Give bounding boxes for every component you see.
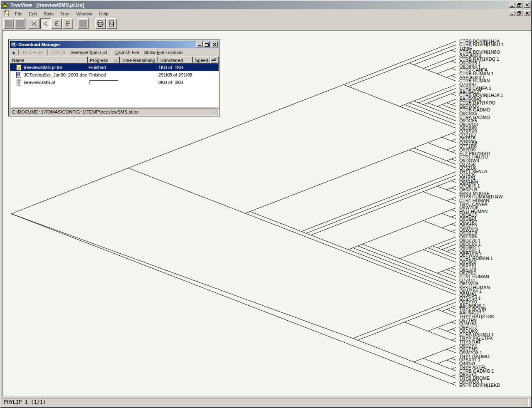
- collapse-toolbar-button[interactable]: [11, 49, 16, 56]
- menu-tree[interactable]: Tree: [57, 10, 73, 17]
- window-title: TreeView - [treeviewSMS.pl.tre]: [10, 2, 84, 8]
- mdi-minimize-button[interactable]: [509, 10, 515, 16]
- dialog-maximize-button[interactable]: [203, 42, 210, 47]
- time-remaining-cell: [120, 71, 158, 79]
- treeview-app-icon: [2, 2, 8, 8]
- file-name: treeviewSMS.pl.tre: [24, 65, 62, 70]
- menu-file[interactable]: File: [12, 10, 26, 17]
- file-name: JCTestingSet_Jan30_2003.doc: [24, 72, 87, 77]
- file-name-cell: WJCTestingSet_Jan30_2003.doc: [10, 71, 88, 79]
- download-manager-dialog: N Download Manager PropertiesCancelRemov…: [8, 39, 220, 116]
- extra-cell: [210, 79, 219, 86]
- menu-window[interactable]: Window: [73, 10, 96, 17]
- toolbar-blank-button-3[interactable]: [78, 18, 89, 29]
- download-row-seaviewSMS.pl[interactable]: seaviewSMS.pl0KB of 0KB: [10, 79, 219, 86]
- column-label: Speed: [195, 58, 208, 63]
- list-column-headers: NameProgressTime RemainingTransferredSpe…: [10, 57, 219, 64]
- dm-button-remove-from-list[interactable]: Remove from List: [69, 49, 109, 56]
- dm-button-cancel: Cancel: [49, 49, 69, 56]
- window-caption-buttons: [508, 2, 530, 8]
- extra-cell: [210, 64, 219, 71]
- dm-button-properties: Properties: [20, 49, 46, 56]
- dialog-close-button[interactable]: [211, 42, 218, 47]
- mdi-restore-button[interactable]: [516, 10, 522, 16]
- treeview-window: TreeView - [treeviewSMS.pl.tre]: [0, 0, 532, 408]
- time-remaining-cell: [120, 64, 158, 71]
- taxon-label[interactable]: ENTK BOVIN|1EKB: [459, 383, 500, 388]
- dialog-title: Download Manager: [18, 42, 60, 47]
- file-name-cell: seaviewSMS.pl: [10, 79, 88, 86]
- restore-button[interactable]: [516, 2, 522, 8]
- download-path: C:\DOCUME~1\TOMAS\CONFIG~1\TEMP\treeview…: [12, 109, 139, 114]
- file-treeview-icon: [16, 64, 22, 71]
- dialog-status-bar: C:\DOCUME~1\TOMAS\CONFIG~1\TEMP\treeview…: [10, 108, 219, 116]
- progress-cell: Finished: [88, 64, 120, 71]
- column-label: Time Remaining: [122, 58, 155, 63]
- toolbar-separator: [47, 49, 48, 55]
- toolbar-separator: [18, 49, 19, 55]
- column-label: Name: [12, 58, 24, 63]
- file-text-icon: [16, 79, 22, 86]
- titlebar: TreeView - [treeviewSMS.pl.tre]: [1, 1, 531, 9]
- toolbar-separator: [111, 49, 112, 55]
- transferred-cell: 0KB of 0KB: [158, 79, 193, 86]
- dialog-minimize-button[interactable]: [196, 42, 203, 47]
- close-button[interactable]: [524, 2, 530, 8]
- download-row-treeviewSMS.pl.tre[interactable]: treeviewSMS.pl.treFinished1KB of 1KB: [10, 64, 219, 71]
- column-header-name[interactable]: Name: [10, 57, 88, 64]
- netscape-icon: N: [11, 42, 17, 47]
- column-chooser-button[interactable]: [210, 57, 219, 64]
- resize-grip[interactable]: [213, 109, 218, 115]
- menu-style[interactable]: Style: [40, 10, 57, 17]
- minimize-button[interactable]: [509, 2, 515, 8]
- dialog-toolbar: PropertiesCancelRemove from ListLaunch F…: [10, 48, 219, 57]
- up-triangle-icon: [12, 51, 15, 54]
- print-button[interactable]: [95, 18, 106, 29]
- file-name: seaviewSMS.pl: [24, 80, 55, 85]
- progress-cell: [88, 79, 120, 86]
- document-system-icon[interactable]: [3, 10, 10, 17]
- print-preview-button[interactable]: [106, 18, 117, 29]
- mdi-close-button[interactable]: [524, 10, 530, 16]
- column-label: Transferred: [160, 58, 183, 63]
- column-label: Progress: [90, 58, 108, 63]
- transferred-cell: 1KB of 1KB: [158, 64, 193, 71]
- column-header-time-remaining[interactable]: Time Remaining: [120, 57, 158, 64]
- toolbar-blank-button-1[interactable]: [3, 18, 14, 29]
- extra-cell: [210, 71, 219, 79]
- column-header-transferred[interactable]: Transferred: [158, 57, 193, 64]
- column-header-speed[interactable]: Speed: [193, 57, 210, 64]
- menu-edit[interactable]: Edit: [26, 10, 40, 17]
- phylogram-style-button[interactable]: [62, 18, 73, 29]
- toolbar: [1, 17, 531, 30]
- toolbar-blank-button-2[interactable]: [15, 18, 25, 29]
- speed-cell: [193, 79, 210, 86]
- status-text: PHYLIP_1 (1/1): [2, 398, 529, 406]
- column-header-progress[interactable]: Progress: [88, 57, 120, 64]
- menubar: FileEditStyleTreeWindowHelp: [1, 9, 531, 17]
- dialog-caption-buttons: [196, 42, 218, 47]
- dm-button-launch-file[interactable]: Launch File: [113, 49, 142, 56]
- progress-cell: Finished: [88, 71, 120, 79]
- slanted-cladogram-style-button[interactable]: [40, 18, 51, 29]
- radial-tree-style-button[interactable]: [29, 18, 39, 29]
- dm-button-show-file-location[interactable]: Show File Location: [142, 49, 185, 56]
- svg-text:N: N: [12, 42, 15, 47]
- rectangular-cladogram-style-button[interactable]: [51, 18, 62, 29]
- download-row-JCTestingSet_Jan30_2003.doc[interactable]: WJCTestingSet_Jan30_2003.docFinished291K…: [10, 71, 219, 79]
- statusbar: PHYLIP_1 (1/1): [2, 397, 530, 408]
- svg-text:W: W: [17, 73, 20, 76]
- dialog-titlebar: N Download Manager: [10, 41, 219, 48]
- download-list: treeviewSMS.pl.treFinished1KB of 1KBWJCT…: [10, 64, 219, 107]
- speed-cell: [193, 71, 210, 79]
- file-word-icon: W: [16, 72, 22, 78]
- sort-ascending-icon: [114, 58, 118, 63]
- file-name-cell: treeviewSMS.pl.tre: [10, 64, 88, 71]
- mdi-caption-buttons: [508, 10, 530, 16]
- speed-cell: [193, 64, 210, 71]
- progress-bar: [89, 80, 118, 85]
- menu-help[interactable]: Help: [96, 10, 112, 17]
- transferred-cell: 291KB of 291KB: [158, 71, 193, 79]
- time-remaining-cell: [120, 79, 158, 86]
- menu-items: FileEditStyleTreeWindowHelp: [12, 10, 112, 17]
